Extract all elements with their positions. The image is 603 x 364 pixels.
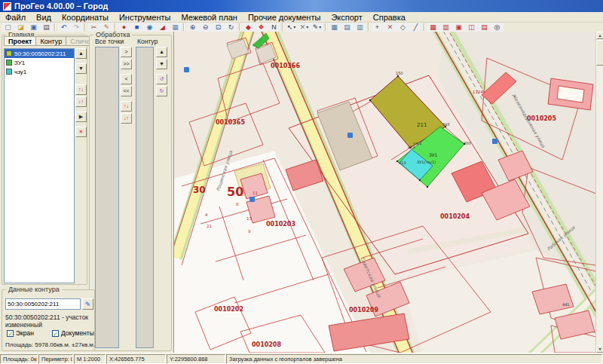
cadastre-plan-button[interactable]: ▦	[427, 23, 439, 32]
contour-down-button[interactable]: ▼	[156, 59, 167, 69]
draw-tool-button[interactable]: ✎▾	[311, 23, 323, 32]
tree-sort-asc-button[interactable]: ↑↓	[75, 84, 87, 95]
parcel-type-icon	[6, 69, 12, 75]
contour-edit-button[interactable]: ✎	[82, 298, 93, 310]
window-title: ПроГео 4.00.00 – Город	[14, 2, 109, 11]
application-window: ПроГео 4.00.00 – Город ФайлВидКоординаты…	[0, 0, 603, 364]
move-left-button[interactable]: <	[121, 74, 132, 84]
screen-checkbox-mark: ✓	[7, 330, 14, 337]
documents-checkbox[interactable]: ✓ Документы	[52, 329, 94, 337]
export-table-button-icon: ▥	[357, 24, 363, 31]
node-edit-button[interactable]: ◇	[396, 23, 409, 32]
status-bar: Площадь: 0кв.м.Периметр: 0м.М 1:2000X:42…	[0, 353, 603, 364]
toolbar-separator	[325, 23, 326, 31]
tree-item-чзу1[interactable]: чзу1	[5, 67, 74, 76]
menu-view[interactable]: Вид	[31, 13, 57, 22]
scroll-up-button[interactable]: ▲	[596, 32, 603, 39]
line-tool-button[interactable]: ╱	[409, 23, 422, 32]
title-bar[interactable]: ПроГео 4.00.00 – Город	[0, 0, 603, 12]
menu-other-documents[interactable]: Прочие документы	[243, 13, 326, 22]
report-button-icon: ▤	[481, 24, 488, 31]
contour-column-label: Контур	[137, 38, 158, 45]
scroll-down-button[interactable]: ▼	[596, 345, 603, 353]
screen-checkbox[interactable]: ✓ Экран	[7, 329, 34, 337]
undo-button[interactable]: ↶	[57, 23, 70, 32]
export-table-button[interactable]: ▥	[354, 23, 366, 32]
map-label-0010204: 0010204	[440, 213, 470, 220]
quarter-plan-button[interactable]: ▥	[439, 23, 452, 32]
parcel-plan-button[interactable]: ▣	[452, 23, 465, 32]
tree-expand-button[interactable]: ▶	[75, 112, 87, 122]
status-message: Загрузка данных с геопорталов завершена	[226, 354, 602, 364]
select-tool-button-icon: ↖	[287, 24, 293, 31]
coords-table-button[interactable]: ▤	[341, 23, 354, 32]
style-button-icon: ✎	[104, 24, 110, 31]
redo-button[interactable]: ↷	[70, 23, 83, 32]
tree-up-button[interactable]: ▲	[75, 48, 87, 59]
contour-up-button[interactable]: ▲	[156, 47, 167, 57]
points-sort-desc-button[interactable]: ↓↑	[121, 113, 132, 124]
map-viewport[interactable]: 0010366001036500102030010202001020900102…	[173, 32, 595, 353]
tab-contour[interactable]: Контур	[35, 36, 66, 46]
coords-table-button-icon: ▤	[344, 24, 350, 31]
menu-boundary-plan[interactable]: Межевой план	[176, 13, 243, 22]
contour-button-column: ▲▼↺↻	[156, 47, 169, 98]
zoom-out-button[interactable]: ⊖	[199, 23, 212, 32]
select-tool-button[interactable]: ↖▾	[285, 23, 298, 32]
app-icon	[3, 2, 11, 11]
measure-button[interactable]: ✕	[384, 23, 396, 32]
contour-points-list[interactable]	[136, 47, 154, 348]
scheme-button[interactable]: ◫	[465, 23, 478, 32]
zoom-in-button[interactable]: ⊕	[186, 23, 199, 32]
renumber-button[interactable]: ↺	[156, 74, 167, 84]
web-map-button-icon: ◉	[147, 24, 153, 31]
move-right-button[interactable]: >	[121, 47, 132, 57]
tree-sort-desc-button[interactable]: ↓↑	[75, 96, 87, 107]
add-node-button[interactable]: ❖	[255, 23, 268, 32]
refresh-button-icon: ↻	[228, 24, 234, 31]
tree-item-50:30:0050202:211[interactable]: 50:30:0050202:211	[5, 49, 74, 58]
zoom-extent-button[interactable]: ⊡	[212, 23, 225, 32]
menu-file[interactable]: Файл	[0, 13, 31, 22]
zoom-in-button-icon: ⊕	[190, 24, 196, 31]
move-map-button[interactable]: +	[371, 23, 384, 32]
tree-item-label: 50:30:0050202:211	[14, 50, 66, 57]
tree-down-button[interactable]: ▼	[75, 63, 87, 74]
labels-toggle-button[interactable]: N	[268, 23, 280, 32]
tab-project[interactable]: Проект	[4, 36, 35, 46]
menu-export[interactable]: Экспорт	[326, 13, 367, 22]
contour-number-input[interactable]	[5, 298, 81, 310]
move-all-right-button[interactable]: >>	[121, 59, 132, 69]
snapshot-button[interactable]: ▦	[169, 23, 182, 32]
add-point-button[interactable]: ◆	[242, 23, 255, 32]
points-table-button[interactable]: ▦	[328, 23, 341, 32]
points-sort-asc-button[interactable]: ↑↓	[121, 101, 132, 112]
map-vertical-scrollbar[interactable]: ▲ ▼	[595, 32, 603, 353]
contour-area-text: Площадь: 5978.06кв.м. ±27кв.м.	[5, 341, 95, 348]
tree-item-ЗУ1[interactable]: ЗУ1	[5, 58, 74, 67]
refresh-button[interactable]: ↻	[225, 23, 237, 32]
map-label-21: 21	[207, 224, 212, 228]
report-button[interactable]: ▤	[478, 23, 491, 32]
toolbar-separator	[282, 23, 283, 31]
menu-help[interactable]: Справка	[368, 13, 411, 22]
tree-delete-button[interactable]: ✕	[75, 127, 87, 137]
raster-layer-button[interactable]: ◢	[156, 23, 169, 32]
web-map-button[interactable]: ◉	[143, 23, 156, 32]
contour-tree-list[interactable]: 50:30:0050202:211ЗУ1чзу1	[4, 48, 75, 283]
move-all-left-button[interactable]: <<	[121, 86, 132, 96]
polygons-layer-button[interactable]: ■	[130, 23, 143, 32]
delete-tool-button[interactable]: ✕▾	[298, 23, 311, 32]
reverse-button[interactable]: ↻	[156, 86, 167, 96]
menu-tools[interactable]: Инструменты	[114, 13, 176, 22]
search-button[interactable]: ◎	[491, 23, 504, 32]
tree-item-label: ЗУ1	[14, 60, 25, 66]
print-button[interactable]: ▤	[40, 23, 53, 32]
map-label-0010209: 0010209	[349, 307, 378, 314]
scrollbar-thumb[interactable]	[596, 40, 603, 66]
menu-coordinates[interactable]: Координаты	[57, 13, 114, 22]
all-points-list[interactable]	[95, 47, 119, 348]
attributes-button-icon: ✂	[91, 24, 97, 31]
add-node-button-icon: ❖	[258, 24, 264, 31]
map-canvas[interactable]: 0010366001036500102030010202001020900102…	[174, 32, 596, 353]
